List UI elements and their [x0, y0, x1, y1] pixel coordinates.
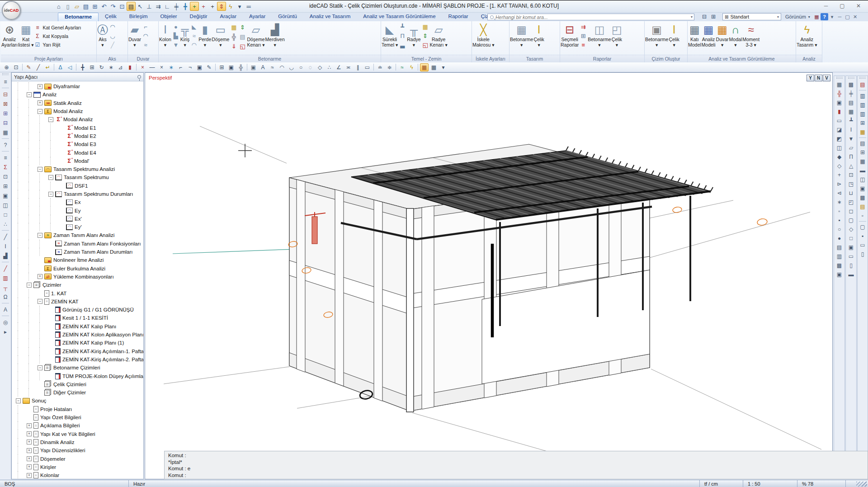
doc-yellow-icon[interactable]: ▤ — [858, 202, 868, 211]
panel-tool-icon[interactable]: ▤ — [835, 243, 844, 252]
tree-item-label[interactable]: Görünüş G1 / G1 GÖRÜNÜŞÜ — [62, 307, 134, 312]
tree-item-label[interactable]: DSF1 — [75, 183, 88, 189]
tree-item[interactable]: Ex' — [12, 215, 143, 223]
tree-item-label[interactable]: Ex' — [75, 216, 82, 222]
yari-rijit-checkbox[interactable]: ☑Yarı Rijit — [34, 40, 81, 49]
move-icon[interactable]: ╋ — [78, 63, 87, 71]
region-brush-icon[interactable]: ▭ — [835, 116, 844, 125]
perde-button[interactable]: ▮Perde▾ — [198, 22, 211, 47]
tree-item-label[interactable]: ZEMİN KAT Kalıp Planı (1) — [62, 340, 124, 345]
tree-item-label[interactable]: 1. KAT — [51, 291, 66, 296]
section-brush-icon[interactable]: ▮ — [835, 107, 844, 116]
status-zoom[interactable]: % 78 — [802, 481, 813, 487]
tree-item-label[interactable]: Nonlineer İtme Analizi — [53, 257, 104, 263]
close-button[interactable]: ✕ — [854, 2, 863, 10]
pin-icon[interactable] — [137, 75, 141, 79]
tree-item[interactable]: TÜM PROJE-Kolon Düşey Açılımları-1. Paft… — [12, 372, 143, 380]
tree-item[interactable]: Modal E2 — [12, 132, 143, 140]
doseme-boşluk-icon[interactable]: ▦ — [230, 24, 238, 33]
rapor-celik-button[interactable]: ◰Çelik▾ — [612, 22, 622, 47]
tree-item-label[interactable]: ZEMİN KAT-Kiriş Açılımları-2. Pafta — [62, 357, 143, 362]
sheet-grid-icon[interactable]: ▦ — [420, 63, 429, 71]
doseme-yon-icon[interactable]: ⇕ — [238, 24, 246, 33]
tree-item-label[interactable]: Sonuç — [32, 398, 47, 403]
filled-frame-icon[interactable]: ▣ — [846, 243, 856, 252]
measure-a-icon[interactable]: Δ — [56, 63, 65, 71]
copy-props-icon[interactable]: ⊟ — [0, 90, 10, 99]
new-file-icon[interactable]: ▯ — [63, 2, 72, 11]
lower-element-icon[interactable]: ⊟ — [0, 118, 10, 128]
tree-item[interactable]: −Modal Analiz — [12, 107, 143, 115]
analiz-ayarlari-button[interactable]: ⊛AnalizAyarları — [1, 22, 18, 47]
duvar-gorunum-button[interactable]: ▦Duvar▾ — [716, 22, 729, 47]
snap-mid-icon[interactable]: + — [208, 2, 217, 11]
tree-item[interactable]: Çelik Çizimleri — [12, 380, 143, 388]
tree-item-label[interactable]: Modal E3 — [74, 142, 96, 147]
help-dropdown-icon[interactable]: ▾ — [828, 13, 836, 20]
frame2-icon[interactable]: ▣ — [835, 270, 844, 279]
tree-item-label[interactable]: Yükleme Kombinasyonları — [53, 274, 114, 279]
tree-item-label[interactable]: ZEMİN KAT Kolon Aplikasyon Planı — [62, 332, 143, 337]
tekil-temel-icon[interactable]: ┻ — [398, 24, 406, 31]
block-icon[interactable]: ▬ — [846, 270, 856, 279]
kati-model-button[interactable]: ▦KatıModel — [688, 22, 701, 47]
table-brush-icon[interactable]: ◫ — [835, 143, 844, 152]
doc-tall-icon[interactable]: ▯ — [858, 250, 868, 259]
aks-button[interactable]: ⒶAks▾ — [97, 22, 108, 47]
stretch-icon[interactable]: ∗ — [107, 63, 115, 71]
outline-brush-icon[interactable]: ◇ — [835, 161, 844, 170]
tree-item-label[interactable]: Modal E1 — [74, 125, 96, 131]
tree-panel-header[interactable]: Yapı Ağacı — [12, 73, 143, 81]
level2-icon[interactable]: ≑ — [385, 63, 394, 71]
tab-betonarme[interactable]: Betonarme — [58, 13, 99, 21]
tree-item[interactable]: +Diyaframlar — [12, 82, 143, 90]
tree-item[interactable]: Ey' — [12, 223, 143, 231]
tree-item[interactable]: Ex — [12, 198, 143, 206]
ortho-icon[interactable]: ⊥ — [145, 2, 154, 11]
doc-copy-icon[interactable]: ⊞ — [858, 118, 868, 128]
doc-audio-icon[interactable]: ◫ — [858, 175, 868, 184]
doc-blue2-icon[interactable]: ▥ — [858, 100, 868, 109]
tree-item[interactable]: ZEMİN KAT-Kiriş Açılımları-2. Pafta — [12, 355, 143, 364]
expand-icon[interactable]: + — [27, 464, 32, 469]
big-grid-icon[interactable]: ▦ — [846, 107, 856, 116]
viewport-n-button[interactable]: N — [815, 75, 822, 81]
open-file-icon[interactable]: ▱ — [72, 2, 81, 11]
tree-item[interactable]: +Yapı Düzensizlikleri — [12, 446, 143, 454]
toolbar-drag-handle[interactable] — [848, 77, 854, 79]
whats-this-icon[interactable]: ? — [0, 140, 10, 150]
flag-left-icon[interactable]: ⊲ — [835, 189, 844, 198]
sheet-grid2-icon[interactable]: ▦ — [429, 63, 438, 71]
tree-item-label[interactable]: Diyaframlar — [53, 84, 80, 89]
tree-item[interactable]: Modal E3 — [12, 140, 143, 148]
flag-right-icon[interactable]: ⊳ — [835, 180, 844, 189]
aks-arc2-icon[interactable]: ◡ — [108, 33, 117, 40]
status-scale[interactable]: 1 : 50 — [748, 481, 760, 487]
tree-item-label[interactable]: Çizimler — [42, 282, 61, 288]
rapor-sayfa-icon[interactable]: ⊞ — [579, 33, 587, 40]
expand-icon[interactable]: + — [38, 100, 42, 105]
tab-objeler[interactable]: Objeler — [154, 13, 184, 21]
tab-raporlar[interactable]: Raporlar — [442, 13, 475, 21]
measure-icon[interactable]: ⇕ — [217, 2, 226, 11]
viewport-v-button[interactable]: V — [823, 75, 830, 81]
tree-item[interactable]: ZEMİN KAT-Kiriş Açılımları-1. Pafta — [12, 347, 143, 355]
circle-icon[interactable]: ○ — [297, 63, 305, 71]
tree-item-label[interactable]: Modal E2 — [74, 133, 96, 139]
pick-icon[interactable]: ╱ — [34, 63, 42, 71]
collapse-icon[interactable]: − — [38, 365, 42, 370]
tree-item[interactable]: −Sonuç — [12, 397, 143, 405]
arc1-icon[interactable]: ◠ — [278, 63, 286, 71]
tree-item[interactable]: +Kirişler — [12, 463, 143, 471]
aks-arc1-icon[interactable]: ◠ — [108, 24, 117, 31]
grid-tool-icon[interactable]: ▦ — [0, 128, 10, 137]
collapse-icon[interactable]: − — [48, 175, 53, 180]
kolon-button[interactable]: ⅠKolon▾ — [159, 22, 171, 47]
doc-grid-icon[interactable]: ▦ — [858, 157, 868, 166]
tree-item-label[interactable]: ZEMİN KAT Kalıp Planı — [62, 324, 116, 329]
slash-icon[interactable]: ╱ — [0, 232, 10, 241]
rapor-ekle-icon[interactable]: ⇉ — [579, 24, 587, 31]
tree-item-label[interactable]: Tasarım Spektrumu Durumları — [64, 191, 133, 197]
tree-item[interactable]: Görünüş G1 / G1 GÖRÜNÜŞÜ — [12, 306, 143, 314]
tree-item[interactable]: −Betonarme Çizimleri — [12, 364, 143, 372]
